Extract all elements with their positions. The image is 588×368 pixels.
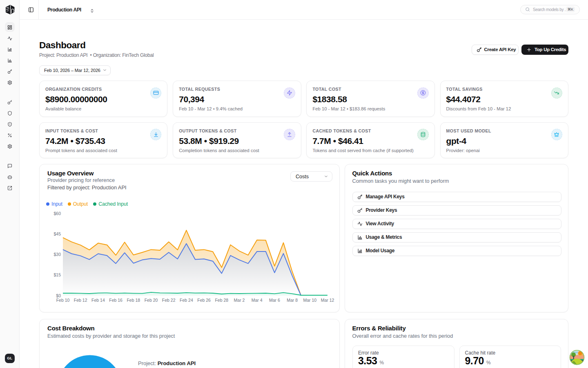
svg-text:Feb 10: Feb 10 [56,298,70,303]
svg-text:Mar 6: Mar 6 [269,298,280,303]
svg-text:Mar 12: Mar 12 [321,298,334,303]
svg-text:$45: $45 [53,231,61,236]
svg-text:Feb 18: Feb 18 [127,298,140,303]
svg-text:Feb 20: Feb 20 [145,298,158,303]
svg-text:Feb 12: Feb 12 [74,298,87,303]
svg-text:$60: $60 [53,211,61,216]
svg-text:Mar 8: Mar 8 [287,298,298,303]
svg-text:Mar 4: Mar 4 [252,298,263,303]
svg-text:$15: $15 [53,272,61,277]
svg-text:$30: $30 [53,252,61,257]
svg-text:Feb 14: Feb 14 [91,298,105,303]
svg-text:Mar 10: Mar 10 [303,298,316,303]
svg-text:Feb 24: Feb 24 [180,298,193,303]
svg-text:Feb 26: Feb 26 [197,298,211,303]
svg-text:Feb 28: Feb 28 [215,298,228,303]
svg-text:Mar 2: Mar 2 [234,298,245,303]
svg-text:Feb 22: Feb 22 [162,298,176,303]
svg-text:Feb 16: Feb 16 [109,298,122,303]
